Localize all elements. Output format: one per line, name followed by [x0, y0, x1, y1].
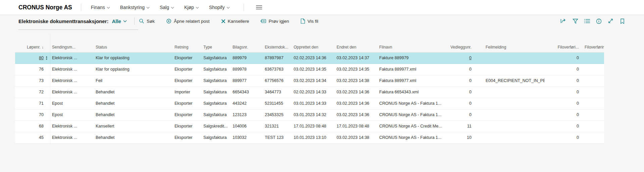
column-header-sendings[interactable]: Sendingsm...: [52, 42, 93, 52]
cell-vedleggsnr-link[interactable]: 0: [438, 75, 472, 86]
cell-vedleggsnr-link[interactable]: 10: [438, 132, 472, 143]
chevron-down-icon: [171, 6, 174, 9]
column-header-type[interactable]: Type: [203, 42, 231, 52]
cell-endret-den: 03.02.2023 14:36: [337, 98, 378, 109]
column-header-filover1[interactable]: Filoverføri...: [545, 42, 579, 52]
target-icon: [166, 18, 171, 24]
table-row[interactable]: 73 ⋮ Elektronisk ... Feil Eksporter Salg…: [15, 75, 604, 87]
cell-opprettet-den: 02.02.2023 14:33: [294, 87, 335, 98]
nav-menu-kjop[interactable]: Kjøp: [179, 0, 204, 15]
column-header-filover2[interactable]: Filoverføring: [585, 42, 604, 52]
cell-feilmelding: [486, 53, 545, 64]
nav-menu-label: Salg: [160, 5, 169, 10]
cell-type: Salgsfaktura: [203, 132, 231, 143]
action-label: Vis fil: [307, 19, 318, 24]
open-related-record-button[interactable]: Åpne relatert post: [165, 16, 210, 26]
column-header-lopenr[interactable]: Løpenr. ↓: [20, 42, 44, 52]
nav-divider: [244, 4, 244, 11]
nav-menu-salg[interactable]: Salg: [155, 0, 179, 15]
cell-type: Salgsfaktura: [203, 98, 231, 109]
cell-lopenr-link[interactable]: 71: [20, 98, 44, 109]
company-name: CRONUS Norge AS: [18, 4, 72, 11]
column-header-vedlegg[interactable]: Vedleggsnr.: [438, 42, 472, 52]
cell-vedleggsnr-link[interactable]: 0: [438, 53, 472, 64]
cell-filoverforing-1: 0: [545, 132, 579, 143]
action-label: Åpne relatert post: [174, 19, 210, 24]
view-filter-dropdown[interactable]: Alle: [112, 18, 127, 24]
table-row[interactable]: 71 ⋮ Epost Behandlet Eksporter Salgsfakt…: [15, 98, 604, 109]
cell-retning: Eksporter: [175, 98, 202, 109]
cell-endret-den: 03.02.2023 14:38: [337, 132, 378, 143]
transactions-grid: Løpenr. ↓Sendingsm...StatusRetningTypeBi…: [15, 34, 604, 144]
cell-type: Salgsfaktura: [203, 109, 231, 120]
cell-vedleggsnr-link[interactable]: 0: [438, 109, 472, 120]
cell-retning: Eksporter: [175, 75, 202, 86]
cell-filoverforing-2: [585, 75, 604, 86]
collapse-button[interactable]: [607, 17, 614, 25]
cancel-button[interactable]: Kansellere: [220, 16, 250, 26]
cell-sendingsmate: Elektronisk ...: [52, 75, 93, 86]
column-header-eksterndok[interactable]: Eksterndok...: [265, 42, 292, 52]
cell-retning: Importer: [175, 87, 202, 98]
nav-menu-label: Finans: [91, 5, 105, 10]
cell-lopenr-link[interactable]: 68: [20, 121, 44, 132]
cell-filoverforing-2: [585, 109, 604, 120]
column-header-endret[interactable]: Endret den: [337, 42, 378, 52]
cell-lopenr-link[interactable]: 76: [20, 64, 44, 75]
cell-endret-den: 03.02.2023 14:36: [337, 87, 378, 98]
table-row[interactable]: 80 ⋮ Elektronisk ... Klar for opplasting…: [15, 53, 604, 64]
cell-lopenr-link[interactable]: 45: [20, 132, 44, 143]
cell-feilmelding: [486, 109, 545, 120]
cell-filoverforing-1: 0: [545, 87, 579, 98]
cell-vedleggsnr-link[interactable]: 0: [438, 64, 472, 75]
nav-menu-shopify[interactable]: Shopify: [204, 0, 235, 15]
table-row[interactable]: 70 ⋮ Epost Behandlet Eksporter Salgsfakt…: [15, 109, 604, 121]
cell-status: Klar for opplasting: [96, 53, 173, 64]
column-header-status[interactable]: Status: [96, 42, 173, 52]
cell-filoverforing-1: 0: [545, 75, 579, 86]
cell-vedleggsnr-link[interactable]: 0: [438, 87, 472, 98]
column-header-opprettet[interactable]: Opprettet den: [294, 42, 335, 52]
info-panel-button[interactable]: [595, 17, 602, 25]
nav-menu-label: Shopify: [209, 5, 225, 10]
cell-bilagsnr: 889979: [233, 53, 261, 64]
nav-menu-bankstyring[interactable]: Bankstyring: [115, 0, 155, 15]
cell-lopenr-link[interactable]: 73: [20, 75, 44, 86]
cell-sendingsmate: Elektronisk ...: [52, 121, 93, 132]
list-view-button[interactable]: [583, 17, 591, 25]
table-row[interactable]: 76 ⋮ Elektronisk ... Klar for opplasting…: [15, 64, 604, 75]
retry-message-icon: [260, 19, 266, 24]
column-header-bilagsnr[interactable]: Bilagsnr.: [233, 42, 261, 52]
row-options-dots-icon[interactable]: ⋮: [44, 53, 49, 64]
page-content: Elektroniske dokumenttransaksjoner: Alle…: [0, 15, 644, 172]
filter-funnel-icon: [573, 18, 578, 24]
column-header-feil[interactable]: Feilmelding: [486, 42, 545, 52]
cell-lopenr-link[interactable]: 72: [20, 87, 44, 98]
search-button[interactable]: Søk: [138, 16, 155, 26]
view-file-button[interactable]: Vis fil: [300, 16, 319, 26]
bookmark-button[interactable]: [618, 17, 626, 25]
nav-menu-finans[interactable]: Finans: [86, 0, 115, 15]
cell-status: Behandlet: [96, 98, 173, 109]
table-row[interactable]: 45 ⋮ Elektronisk ... Behandlet Eksporter…: [15, 132, 604, 144]
more-menus-hamburger-icon[interactable]: [254, 4, 264, 11]
cell-filoverforing-2: [585, 121, 604, 132]
column-header-retning[interactable]: Retning: [175, 42, 202, 52]
grid-header-row: Løpenr. ↓Sendingsm...StatusRetningTypeBi…: [15, 42, 604, 53]
nav-divider: [81, 4, 81, 11]
share-icon: [560, 18, 567, 24]
retry-button[interactable]: Prøv igjen: [260, 16, 290, 26]
cell-lopenr-link[interactable]: 80: [20, 53, 44, 64]
cell-filoverforing-1: 0: [545, 53, 579, 64]
table-row[interactable]: 72 ⋮ Elektronisk ... Behandlet Importer …: [15, 87, 604, 98]
share-button[interactable]: [560, 17, 567, 25]
cell-type: Salgsfaktura: [203, 75, 231, 86]
collapse-arrows-icon: [608, 18, 613, 24]
cell-vedleggsnr-link[interactable]: 0: [438, 98, 472, 109]
page-title: Elektroniske dokumenttransaksjoner:: [18, 18, 108, 24]
cell-lopenr-link[interactable]: 70: [20, 109, 44, 120]
table-row[interactable]: 68 ⋮ Elektronisk ... Kansellert Eksporte…: [15, 121, 604, 132]
cell-endret-den: 03.02.2023 14:36: [337, 109, 378, 120]
filter-button[interactable]: [572, 17, 579, 25]
cell-vedleggsnr-link[interactable]: 11: [438, 121, 472, 132]
